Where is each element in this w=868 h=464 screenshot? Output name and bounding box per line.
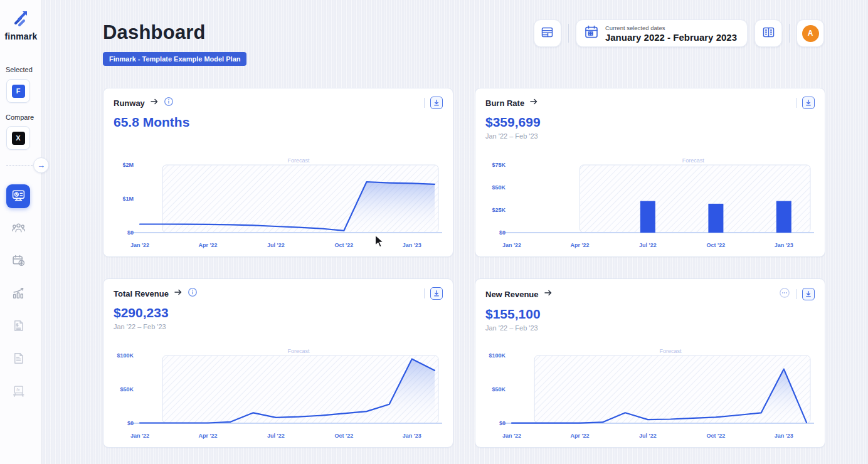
date-range-button[interactable]: Current selected dates January 2022 - Fe… xyxy=(576,19,748,47)
sidebar-item-invoices[interactable] xyxy=(6,315,30,339)
plan-badge[interactable]: Finmark - Template Example Model Plan xyxy=(103,52,246,66)
card-head-divider xyxy=(796,289,797,299)
open-metric-arrow-icon[interactable] xyxy=(174,288,183,299)
table-view-button[interactable] xyxy=(534,19,561,47)
sidebar-item-payroll[interactable] xyxy=(6,250,30,273)
svg-text:Jan '23: Jan '23 xyxy=(775,242,793,248)
card-runway: Runway 65.8 Months Forecast$2M$1M$0Jan '… xyxy=(103,88,453,257)
team-icon xyxy=(11,221,26,238)
svg-text:$50K: $50K xyxy=(492,386,505,393)
header-divider-2 xyxy=(789,24,790,43)
svg-text:$0: $0 xyxy=(499,420,505,426)
table-columns-icon xyxy=(762,26,775,41)
compare-plan-button[interactable]: X xyxy=(6,126,30,150)
dashboard-cards: Runway 65.8 Months Forecast$2M$1M$0Jan '… xyxy=(103,88,825,448)
svg-text:$100K: $100K xyxy=(117,352,134,359)
open-metric-arrow-icon[interactable] xyxy=(544,288,553,300)
svg-text:Apr '22: Apr '22 xyxy=(198,433,217,439)
svg-text:Forecast: Forecast xyxy=(660,348,682,354)
svg-text:Jul '22: Jul '22 xyxy=(267,433,285,439)
svg-text:$0: $0 xyxy=(499,229,505,236)
sidebar-item-team[interactable] xyxy=(6,217,30,241)
svg-text:Forecast: Forecast xyxy=(288,157,310,164)
bar-chart-arrow-icon xyxy=(11,286,26,303)
sidebar-item-dashboard[interactable] xyxy=(6,184,30,208)
card-title[interactable]: Runway xyxy=(114,98,145,108)
report-document-icon xyxy=(11,351,26,368)
svg-text:Jul '22: Jul '22 xyxy=(639,433,657,439)
finmark-logo-text: finmark xyxy=(0,31,42,41)
runway-chart: Forecast$2M$1M$0Jan '22Apr '22Jul '22Oct… xyxy=(114,157,444,251)
open-metric-arrow-icon[interactable] xyxy=(150,97,159,108)
svg-text:Jan '22: Jan '22 xyxy=(502,433,521,439)
svg-text:Oct '22: Oct '22 xyxy=(707,433,726,439)
metric-value: $155,100 xyxy=(485,307,815,322)
info-icon[interactable] xyxy=(164,97,174,109)
svg-text:Apr '22: Apr '22 xyxy=(570,433,589,439)
more-options-icon[interactable] xyxy=(779,287,790,301)
calendar-icon xyxy=(584,24,599,42)
sidebar: finmark Selected F Compare X → xyxy=(0,0,42,464)
finmark-app: finmark Selected F Compare X → xyxy=(0,0,868,464)
finmark-logo[interactable]: finmark xyxy=(0,8,42,41)
svg-text:$100K: $100K xyxy=(489,352,505,359)
svg-text:Oct '22: Oct '22 xyxy=(335,242,354,248)
date-range-label: Current selected dates xyxy=(605,24,737,31)
svg-text:Jan '23: Jan '23 xyxy=(775,433,793,439)
account-button[interactable]: A xyxy=(797,19,824,47)
finmark-logo-icon xyxy=(12,20,31,31)
download-chart-button[interactable] xyxy=(430,287,443,300)
svg-text:Forecast: Forecast xyxy=(682,157,705,164)
sidebar-expand-button[interactable]: → xyxy=(33,157,49,173)
svg-text:Jul '22: Jul '22 xyxy=(639,242,657,248)
metric-value: $359,699 xyxy=(485,115,815,130)
dashboard-monitor-icon xyxy=(11,188,26,205)
svg-text:Jan '22: Jan '22 xyxy=(502,242,521,248)
arrow-right-icon: → xyxy=(37,161,45,170)
header-divider xyxy=(568,24,569,43)
invoice-document-icon xyxy=(11,319,26,335)
card-title[interactable]: New Revenue xyxy=(485,290,539,299)
svg-text:Jan '23: Jan '23 xyxy=(403,433,421,439)
card-title[interactable]: Total Revenue xyxy=(114,289,169,298)
sidebar-item-reports[interactable] xyxy=(6,347,30,371)
svg-text:$25K: $25K xyxy=(492,207,505,213)
open-metric-arrow-icon[interactable] xyxy=(529,97,538,108)
burn-rate-chart: Forecast$75K$50K$25K$0Jan '22Apr '22Jul … xyxy=(485,157,816,251)
table-rows-icon xyxy=(541,26,554,41)
download-chart-button[interactable] xyxy=(802,97,815,109)
selected-label: Selected xyxy=(6,66,33,73)
card-new-revenue: New Revenue $155,100 Jan '22 – Feb '23 F… xyxy=(475,278,825,448)
svg-text:Oct '22: Oct '22 xyxy=(335,433,354,439)
card-title[interactable]: Burn Rate xyxy=(485,98,524,108)
download-chart-button[interactable] xyxy=(802,288,815,300)
card-head-divider xyxy=(796,98,797,108)
info-icon[interactable] xyxy=(188,287,198,300)
columns-view-button[interactable] xyxy=(754,19,782,47)
download-chart-button[interactable] xyxy=(430,97,443,109)
svg-text:$0: $0 xyxy=(127,229,134,236)
svg-text:fx: fx xyxy=(16,387,20,391)
svg-text:$2M: $2M xyxy=(122,162,134,168)
svg-text:$50K: $50K xyxy=(492,184,505,191)
total-revenue-chart: Forecast$100K$50K$0Jan '22Apr '22Jul '22… xyxy=(114,348,444,442)
metric-date-range: Jan '22 – Feb '23 xyxy=(485,324,815,332)
svg-text:Jan '22: Jan '22 xyxy=(130,242,149,248)
card-head-divider xyxy=(424,288,425,298)
svg-text:$75K: $75K xyxy=(492,162,505,168)
svg-text:Forecast: Forecast xyxy=(288,348,310,354)
selected-plan-badge: F xyxy=(12,85,25,98)
svg-text:$0: $0 xyxy=(127,420,134,426)
page-header: Dashboard Finmark - Template Example Mod… xyxy=(103,21,246,66)
header-actions: Current selected dates January 2022 - Fe… xyxy=(534,19,824,47)
svg-text:Apr '22: Apr '22 xyxy=(198,242,217,248)
formulas-fx-icon: fx xyxy=(11,384,26,401)
svg-text:Jul '22: Jul '22 xyxy=(267,242,285,248)
new-revenue-chart: Forecast$100K$50K$0Jan '22Apr '22Jul '22… xyxy=(485,348,816,442)
svg-text:Oct '22: Oct '22 xyxy=(707,242,726,248)
sidebar-item-formulas[interactable]: fx xyxy=(6,380,30,404)
sidebar-item-metrics[interactable] xyxy=(6,282,30,306)
date-range-text: Current selected dates January 2022 - Fe… xyxy=(605,24,737,43)
metric-date-range: Jan '22 – Feb '23 xyxy=(485,132,815,140)
selected-plan-button[interactable]: F xyxy=(6,79,30,103)
